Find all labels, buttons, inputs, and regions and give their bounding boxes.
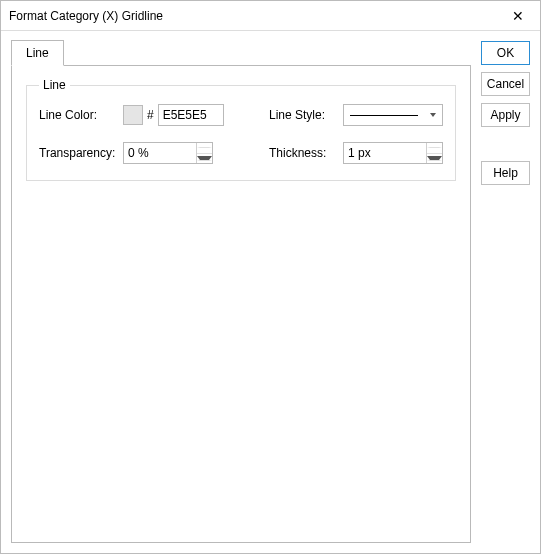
transparency-stepper[interactable] — [123, 142, 213, 164]
close-icon[interactable]: ✕ — [506, 7, 530, 25]
help-button[interactable]: Help — [481, 161, 530, 185]
line-group: Line Line Color: # Line Style: — [26, 78, 456, 181]
cancel-button[interactable]: Cancel — [481, 72, 530, 96]
solid-line-icon — [350, 115, 418, 116]
chevron-down-icon[interactable] — [427, 154, 442, 164]
titlebar: Format Category (X) Gridline ✕ — [1, 1, 540, 31]
color-swatch[interactable] — [123, 105, 143, 125]
hash-symbol: # — [147, 108, 154, 122]
window-title: Format Category (X) Gridline — [9, 9, 163, 23]
dialog-window: Format Category (X) Gridline ✕ Line Line… — [0, 0, 541, 554]
chevron-up-icon[interactable] — [197, 143, 212, 154]
group-legend: Line — [39, 78, 70, 92]
line-style-label: Line Style: — [269, 108, 337, 122]
thickness-input[interactable] — [344, 143, 426, 163]
chevron-down-icon[interactable] — [197, 154, 212, 164]
chevron-up-icon[interactable] — [427, 143, 442, 154]
button-column: OK Cancel Apply Help — [481, 39, 530, 543]
line-color-label: Line Color: — [39, 108, 117, 122]
line-color-controls: # — [123, 104, 233, 126]
tab-row: Line — [11, 39, 471, 65]
ok-button[interactable]: OK — [481, 41, 530, 65]
hex-input[interactable] — [158, 104, 224, 126]
apply-button[interactable]: Apply — [481, 103, 530, 127]
line-style-dropdown[interactable] — [343, 104, 443, 126]
thickness-arrows — [426, 143, 442, 163]
line-style-preview — [344, 115, 424, 116]
transparency-arrows — [196, 143, 212, 163]
tab-line[interactable]: Line — [11, 40, 64, 66]
transparency-label: Transparency: — [39, 146, 117, 160]
dialog-body: Line Line Line Color: # Li — [1, 31, 540, 553]
chevron-down-icon — [424, 113, 442, 117]
thickness-stepper[interactable] — [343, 142, 443, 164]
transparency-input[interactable] — [124, 143, 196, 163]
thickness-label: Thickness: — [269, 146, 337, 160]
left-pane: Line Line Line Color: # Li — [11, 39, 471, 543]
form-grid: Line Color: # Line Style: — [39, 104, 443, 164]
tab-label: Line — [26, 46, 49, 60]
tab-panel: Line Line Color: # Line Style: — [11, 65, 471, 543]
